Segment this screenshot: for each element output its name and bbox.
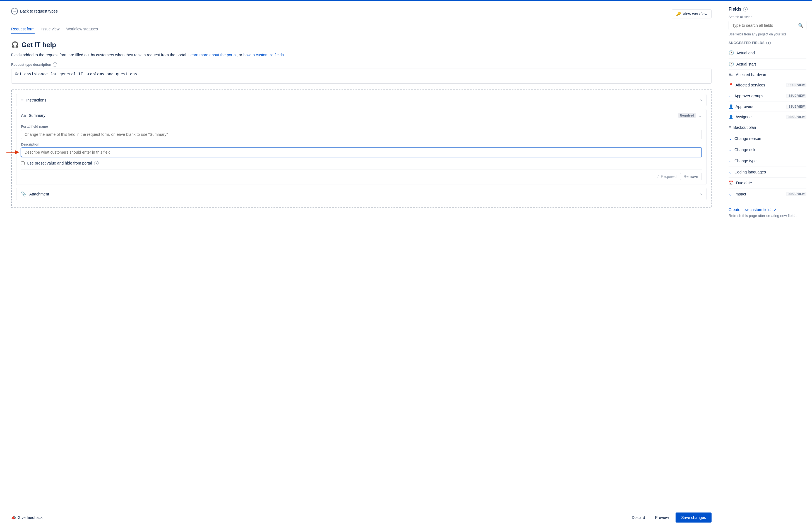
chevron-down-icon: ⌄	[728, 147, 732, 152]
sidebar-field-affected-hardware[interactable]: Aa Affected hardware	[728, 70, 807, 80]
headset-icon: 🎧	[11, 41, 19, 48]
sidebar-info-icon: i	[743, 7, 748, 12]
preset-value-info-icon: i	[94, 161, 99, 165]
search-all-fields-label: Search all fields	[728, 15, 807, 19]
sidebar-field-label: Approvers	[736, 104, 753, 109]
pin-icon: 📍	[728, 83, 733, 87]
required-action-label: Required	[661, 174, 677, 179]
chevron-down-icon: ⌄	[728, 93, 732, 99]
desc-info-icon: i	[53, 62, 57, 67]
chevron-down-icon: ⌄	[728, 136, 732, 141]
page-description-text: Fields added to the request form are fil…	[11, 53, 187, 57]
red-arrow-indicator	[6, 149, 19, 155]
sidebar-field-label: Coding languages	[735, 170, 766, 174]
view-workflow-label: View workflow	[683, 12, 707, 16]
sidebar-field-actual-start[interactable]: 🕐 Actual start	[728, 59, 807, 70]
field-actions-bar: ✓ Required Remove	[21, 169, 702, 180]
create-custom-fields-link[interactable]: Create new custom fields ↗	[728, 208, 807, 212]
use-fields-hint: Use fields from any project on your site	[728, 32, 807, 36]
person-icon: 👤	[728, 104, 733, 109]
chevron-down-icon: ⌄	[728, 169, 732, 175]
sidebar-fields-list: 🕐 Actual end 🕐 Actual start Aa Affected …	[728, 47, 807, 199]
sidebar-field-coding-languages[interactable]: ⌄ Coding languages	[728, 166, 807, 178]
search-icon: 🔍	[798, 23, 803, 28]
sidebar-field-label: Actual end	[736, 51, 755, 55]
issue-view-badge: ISSUE VIEW	[786, 105, 807, 109]
form-fields-container: ≡ Instructions › Aa Summary Re	[11, 89, 712, 208]
summary-field-header[interactable]: Aa Summary Required ⌄	[16, 109, 706, 121]
sidebar-field-label: Change type	[735, 159, 756, 163]
sidebar-field-affected-services[interactable]: 📍 Affected services ISSUE VIEW	[728, 80, 807, 90]
customize-fields-link[interactable]: how to customize fields.	[243, 53, 285, 57]
preset-value-checkbox[interactable]	[21, 162, 25, 165]
save-changes-button[interactable]: Save changes	[676, 512, 712, 523]
chevron-down-icon: ⌄	[728, 191, 732, 197]
refresh-hint: Refresh this page after creating new fie…	[728, 214, 807, 218]
tab-request-form[interactable]: Request form	[11, 25, 34, 34]
portal-field-name-input[interactable]	[21, 130, 702, 139]
issue-view-badge: ISSUE VIEW	[786, 83, 807, 87]
summary-chevron-icon: ⌄	[698, 112, 702, 118]
attachment-field-header[interactable]: 📎 Attachment ›	[16, 188, 706, 200]
person2-icon: 👤	[728, 115, 733, 119]
summary-label: Summary	[29, 113, 45, 118]
search-all-fields-input[interactable]	[728, 21, 807, 30]
sidebar-field-label: Due date	[736, 181, 752, 185]
sidebar-field-due-date[interactable]: 📅 Due date	[728, 178, 807, 189]
request-type-desc-textarea[interactable]: Get assistance for general IT problems a…	[11, 69, 712, 84]
sidebar-field-label: Approver groups	[735, 94, 764, 98]
sidebar-field-impact[interactable]: ⌄ Impact ISSUE VIEW	[728, 189, 807, 199]
request-type-desc-label: Request type description	[11, 63, 51, 66]
page-title: Get IT help	[21, 41, 56, 49]
sidebar-field-label: Actual start	[736, 62, 756, 66]
sidebar-field-label: Affected hardware	[736, 73, 767, 77]
issue-view-badge: ISSUE VIEW	[786, 192, 807, 196]
sidebar-field-actual-end[interactable]: 🕐 Actual end	[728, 47, 807, 59]
sidebar-field-approvers[interactable]: 👤 Approvers ISSUE VIEW	[728, 102, 807, 112]
drag-handle-icon: ≡	[21, 97, 24, 103]
sidebar-field-label: Change risk	[735, 148, 755, 152]
attachment-chevron-icon: ›	[700, 192, 702, 197]
paperclip-icon: 📎	[21, 191, 27, 197]
search-input-wrap: 🔍	[728, 21, 807, 30]
attachment-label: Attachment	[29, 192, 49, 196]
attachment-field-row: 📎 Attachment ›	[16, 188, 707, 200]
list-icon: ≡	[728, 125, 731, 130]
sidebar-field-label: Impact	[735, 192, 746, 196]
tab-workflow-statuses[interactable]: Workflow statuses	[66, 25, 98, 34]
instructions-field-header[interactable]: ≡ Instructions ›	[16, 94, 706, 106]
preview-button[interactable]: Preview	[652, 513, 672, 522]
sidebar-field-change-reason[interactable]: ⌄ Change reason	[728, 133, 807, 144]
description-field-input[interactable]	[21, 148, 702, 157]
issue-view-badge: ISSUE VIEW	[786, 94, 807, 98]
suggested-fields-title: Suggested fields	[728, 41, 765, 45]
clock-icon: 🕐	[728, 61, 734, 66]
suggested-fields-info-icon: i	[766, 41, 771, 45]
calendar-icon: 📅	[728, 180, 734, 185]
required-badge: Required	[678, 113, 696, 118]
view-workflow-button[interactable]: 🔑 View workflow	[672, 10, 712, 18]
tabs-bar: Request form Issue view Workflow statuse…	[11, 25, 712, 34]
sidebar-field-assignee[interactable]: 👤 Assignee ISSUE VIEW	[728, 112, 807, 122]
instructions-label: Instructions	[26, 98, 46, 102]
required-action-row: ✓ Required	[656, 174, 677, 179]
sidebar-field-change-type[interactable]: ⌄ Change type	[728, 155, 807, 166]
page-description: Fields added to the request form are fil…	[11, 52, 712, 58]
sidebar-field-change-risk[interactable]: ⌄ Change risk	[728, 144, 807, 155]
page-footer: 📣 Give feedback Discard Preview Save cha…	[0, 508, 723, 527]
sidebar-field-backout-plan[interactable]: ≡ Backout plan	[728, 122, 807, 133]
instructions-field-row: ≡ Instructions ›	[16, 94, 707, 106]
discard-button[interactable]: Discard	[628, 513, 648, 522]
give-feedback-button[interactable]: 📣 Give feedback	[11, 515, 43, 520]
sidebar-field-approver-groups[interactable]: ⌄ Approver groups ISSUE VIEW	[728, 90, 807, 102]
sidebar-field-label: Backout plan	[733, 125, 756, 130]
key-icon: 🔑	[676, 12, 681, 16]
remove-field-button[interactable]: Remove	[680, 173, 702, 180]
tab-issue-view[interactable]: Issue view	[41, 25, 59, 34]
sidebar-title: Fields	[728, 7, 741, 12]
learn-more-link[interactable]: Learn more about the portal	[188, 53, 237, 57]
sidebar-field-label: Assignee	[736, 115, 752, 119]
back-to-request-types-link[interactable]: ← Back to request types	[11, 8, 58, 15]
preset-value-label[interactable]: Use preset value and hide from portal	[27, 161, 92, 165]
summary-field-expanded: Portal field name Description	[16, 125, 706, 185]
